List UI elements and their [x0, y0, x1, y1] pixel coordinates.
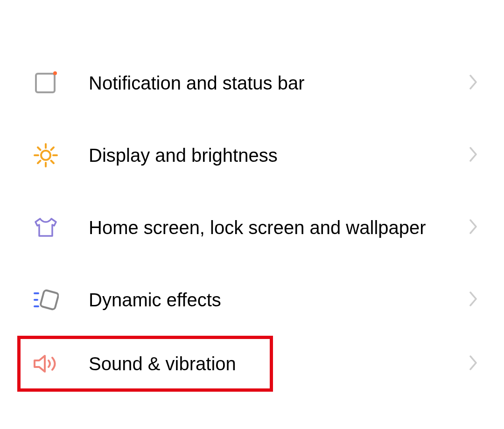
settings-item-label: Notification and status bar	[89, 71, 469, 95]
settings-item-homescreen[interactable]: Home screen, lock screen and wallpaper	[0, 191, 504, 263]
settings-item-notification[interactable]: Notification and status bar	[0, 47, 504, 119]
chevron-right-icon	[469, 146, 478, 164]
tshirt-icon	[32, 214, 60, 242]
dynamic-icon	[32, 286, 60, 314]
notification-icon	[32, 69, 60, 97]
chevron-right-icon	[469, 219, 478, 236]
settings-item-sound-row: Sound & vibration	[0, 336, 504, 392]
settings-item-label: Display and brightness	[89, 143, 469, 167]
chevron-right-icon	[469, 355, 478, 373]
sound-icon	[32, 350, 60, 378]
svg-rect-14	[40, 290, 59, 310]
chevron-right-icon	[469, 74, 478, 92]
brightness-icon	[32, 141, 60, 169]
svg-point-1	[53, 71, 57, 75]
svg-line-9	[38, 160, 41, 163]
settings-item-label: Sound & vibration	[89, 352, 247, 376]
settings-item-label: Dynamic effects	[89, 288, 469, 312]
svg-rect-0	[36, 74, 55, 92]
svg-line-8	[51, 160, 54, 163]
settings-item-display[interactable]: Display and brightness	[0, 119, 504, 191]
svg-line-10	[51, 147, 54, 150]
chevron-right-icon	[469, 291, 478, 309]
settings-item-sound[interactable]: Sound & vibration	[17, 336, 273, 392]
settings-item-label: Home screen, lock screen and wallpaper	[89, 215, 469, 240]
svg-line-7	[38, 147, 41, 150]
settings-list: Notification and status bar Display and …	[0, 47, 504, 392]
settings-item-dynamic[interactable]: Dynamic effects	[0, 263, 504, 336]
svg-point-2	[41, 151, 50, 160]
